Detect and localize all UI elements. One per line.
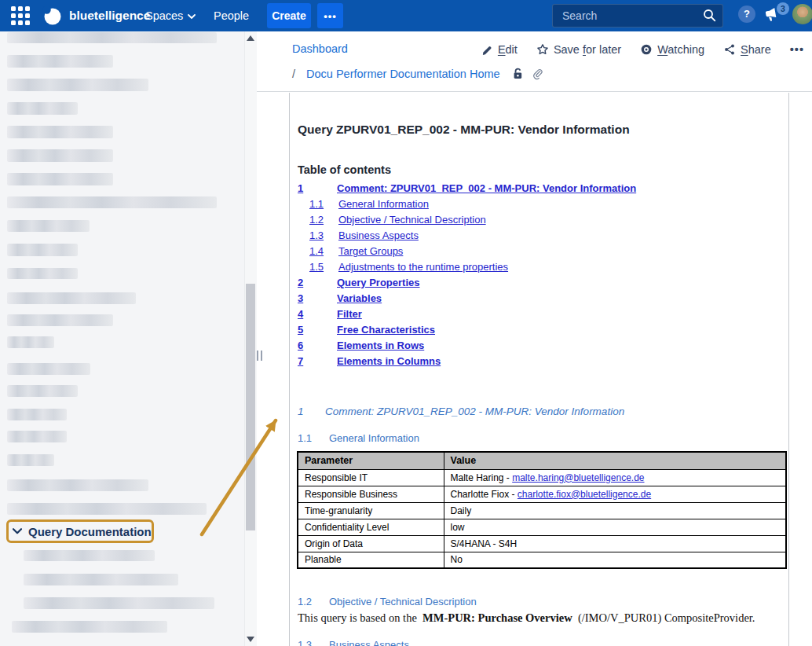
nav-people-link[interactable]: People bbox=[214, 0, 249, 31]
sidebar-skeleton-item[interactable] bbox=[24, 550, 155, 561]
toc-number-link[interactable]: 1 bbox=[298, 182, 303, 194]
sidebar-scrollbar-thumb[interactable] bbox=[246, 284, 255, 530]
table-row: Time-granularityDaily bbox=[298, 502, 786, 519]
breadcrumb-line2: / Docu Performer Documentation Home bbox=[292, 67, 543, 80]
watching-eye-icon bbox=[640, 43, 653, 56]
sidebar-skeleton-item[interactable] bbox=[7, 244, 78, 256]
toc-number-link[interactable]: 1.2 bbox=[309, 214, 324, 226]
value-cell: No bbox=[444, 552, 786, 568]
value-cell: Charlotte Fiox - charlotte.fiox@bluetell… bbox=[444, 486, 786, 502]
page-more-actions-button[interactable]: ••• bbox=[790, 43, 804, 56]
create-button[interactable]: Create bbox=[267, 3, 311, 28]
sidebar-skeleton-item[interactable] bbox=[7, 102, 78, 115]
sidebar-skeleton-item[interactable] bbox=[7, 385, 78, 397]
search-input[interactable] bbox=[552, 4, 723, 28]
nav-spaces-menu[interactable]: Spaces bbox=[145, 0, 196, 31]
sidebar-skeleton-item[interactable] bbox=[7, 431, 67, 442]
share-icon bbox=[723, 43, 736, 56]
value-cell: low bbox=[444, 519, 786, 535]
sidebar-skeleton-item[interactable] bbox=[7, 268, 78, 279]
table-row: Origin of DataS/4HANA - S4H bbox=[298, 535, 786, 552]
toc-number-link[interactable]: 1.3 bbox=[309, 229, 324, 241]
bluetelligence-logo-icon[interactable] bbox=[42, 6, 63, 25]
toc-entry-link[interactable]: Filter bbox=[337, 308, 362, 320]
sidebar-skeleton-item[interactable] bbox=[7, 454, 54, 466]
breadcrumb-dashboard-link[interactable]: Dashboard bbox=[292, 42, 348, 55]
chevron-down-icon bbox=[188, 14, 196, 19]
share-button[interactable]: Share bbox=[723, 43, 771, 56]
toc-number-link[interactable]: 2 bbox=[298, 277, 303, 288]
toc-number-link[interactable]: 6 bbox=[298, 340, 303, 351]
toc-row: 5Free Characteristics bbox=[298, 324, 785, 340]
sidebar-skeleton-item[interactable] bbox=[7, 126, 113, 138]
toc-entry-link[interactable]: Elements in Rows bbox=[337, 340, 424, 351]
parameter-cell: Confidentiality Level bbox=[298, 519, 444, 535]
toc-entry-link[interactable]: Target Groups bbox=[338, 245, 403, 257]
sidebar-skeleton-item[interactable] bbox=[7, 220, 90, 232]
save-for-later-button[interactable]: Save for later bbox=[536, 43, 621, 56]
watching-button[interactable]: Watching bbox=[640, 43, 704, 56]
sidebar-skeleton-item[interactable] bbox=[7, 79, 148, 91]
toc-entry-link[interactable]: Business Aspects bbox=[338, 229, 419, 241]
toc-entry-link[interactable]: Variables bbox=[337, 292, 382, 304]
app-switcher-icon[interactable] bbox=[11, 6, 30, 25]
toc-number-link[interactable]: 4 bbox=[298, 308, 303, 320]
toc-entry-link[interactable]: Adjustments to the runtime properties bbox=[338, 261, 508, 273]
value-cell: Daily bbox=[444, 502, 786, 519]
sidebar-resize-handle[interactable] bbox=[257, 351, 262, 361]
user-avatar[interactable] bbox=[792, 4, 812, 24]
toc-row: 6Elements in Rows bbox=[298, 340, 785, 355]
table-header-cell: Parameter bbox=[298, 452, 444, 469]
sidebar-skeleton-item[interactable] bbox=[7, 32, 217, 43]
toc-entry-link[interactable]: Elements in Columns bbox=[337, 355, 441, 367]
pencil-icon bbox=[481, 44, 493, 56]
email-link[interactable]: malte.haring@bluetelligence.de bbox=[512, 472, 644, 483]
sidebar-skeleton-item[interactable] bbox=[7, 363, 90, 375]
sidebar-skeleton-item[interactable] bbox=[12, 621, 167, 633]
table-row: Responsible BusinessCharlotte Fiox - cha… bbox=[298, 486, 786, 502]
toc-number-link[interactable]: 3 bbox=[298, 292, 303, 304]
sidebar-skeleton-item[interactable] bbox=[7, 55, 113, 68]
scroll-up-arrow[interactable] bbox=[247, 35, 254, 41]
toc-number-link[interactable]: 1.1 bbox=[309, 198, 324, 210]
toc-entry-link[interactable]: Query Properties bbox=[337, 277, 420, 288]
sidebar-skeleton-item[interactable] bbox=[7, 479, 148, 491]
toc-entry-link[interactable]: Free Characteristics bbox=[337, 324, 435, 336]
sidebar-skeleton-item[interactable] bbox=[7, 173, 113, 185]
edit-button[interactable]: Edit bbox=[481, 43, 518, 56]
sidebar-skeleton-item[interactable] bbox=[7, 336, 54, 348]
sidebar-skeleton-item[interactable] bbox=[7, 409, 67, 420]
scroll-down-arrow[interactable] bbox=[247, 637, 254, 642]
toc-entry-link[interactable]: Comment: ZPURV01_REP_002 - MM-PUR: Vendo… bbox=[337, 182, 636, 194]
search-icon[interactable] bbox=[703, 9, 716, 22]
brand-name[interactable]: bluetelligence bbox=[69, 0, 150, 31]
unlock-icon[interactable] bbox=[511, 67, 525, 80]
nav-more-button[interactable]: ••• bbox=[317, 3, 343, 28]
sidebar-skeleton-item[interactable] bbox=[24, 597, 214, 609]
document-title: Query ZPURV01_REP_002 - MM-PUR: Vendor I… bbox=[298, 123, 630, 137]
email-link[interactable]: charlotte.fiox@bluetelligence.de bbox=[518, 489, 651, 500]
toc-number-link[interactable]: 1.5 bbox=[309, 261, 324, 273]
sidebar-skeleton-item[interactable] bbox=[24, 574, 178, 585]
sidebar-skeleton-item[interactable] bbox=[7, 314, 113, 326]
breadcrumb: Dashboard bbox=[292, 42, 348, 55]
toc-entry-link[interactable]: Objective / Technical Description bbox=[338, 214, 486, 226]
sidebar-skeleton-item[interactable] bbox=[7, 149, 113, 162]
value-cell: Malte Haring - malte.haring@bluetelligen… bbox=[444, 469, 786, 486]
paperclip-icon[interactable] bbox=[531, 68, 543, 80]
toc-row: 1Comment: ZPURV01_REP_002 - MM-PUR: Vend… bbox=[298, 182, 785, 198]
toc-number-link[interactable]: 7 bbox=[298, 355, 303, 367]
sidebar-skeleton-item[interactable] bbox=[7, 196, 217, 208]
table-row: Responsible ITMalte Haring - malte.harin… bbox=[298, 469, 786, 486]
search-box bbox=[552, 4, 723, 28]
sidebar-item-query-documentation[interactable]: Query Documentation bbox=[13, 520, 152, 542]
parameter-cell: Time-granularity bbox=[298, 502, 444, 519]
toc-number-link[interactable]: 5 bbox=[298, 324, 303, 336]
help-icon[interactable]: ? bbox=[738, 6, 755, 23]
sidebar-skeleton-item[interactable] bbox=[7, 292, 136, 304]
notifications-button[interactable]: 3 bbox=[763, 6, 784, 27]
breadcrumb-current-page-link[interactable]: Docu Performer Documentation Home bbox=[306, 68, 500, 80]
toc-number-link[interactable]: 1.4 bbox=[309, 245, 324, 257]
sidebar-skeleton-item[interactable] bbox=[7, 503, 207, 515]
toc-entry-link[interactable]: General Information bbox=[338, 198, 429, 210]
